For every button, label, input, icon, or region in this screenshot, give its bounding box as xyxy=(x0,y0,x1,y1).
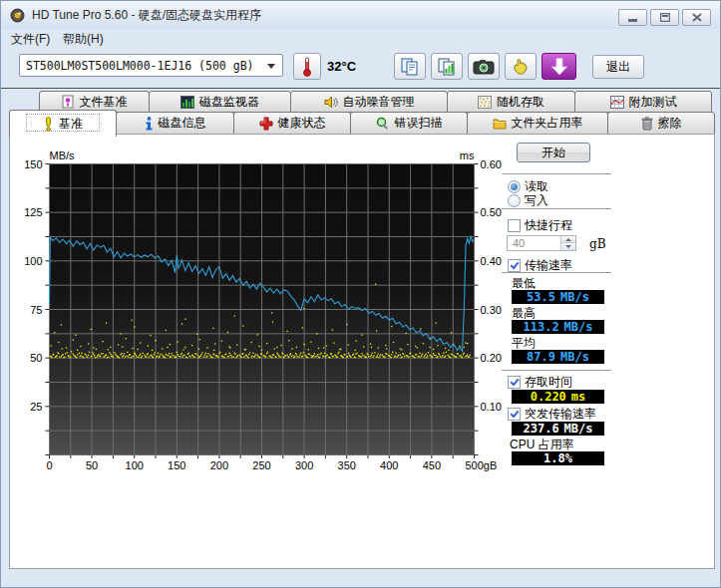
checkbox-burst-rate[interactable]: 突发传输速率 xyxy=(508,407,596,421)
checkbox-transfer-rate[interactable]: 传输速率 xyxy=(508,258,572,272)
random-access-icon xyxy=(478,96,492,109)
burst-rate-checkbox[interactable] xyxy=(508,408,521,421)
spin-down-icon xyxy=(561,243,575,250)
svg-text:100: 100 xyxy=(24,255,42,267)
copy-text-button[interactable] xyxy=(394,53,426,80)
benchmark-page: MB/sms2550751001251500.100.200.300.400.5… xyxy=(9,134,715,569)
tab-label: 擦除 xyxy=(658,115,682,132)
tab-label: 文件基准 xyxy=(80,94,128,111)
copy-image-icon xyxy=(437,57,457,77)
toolbar: ST500LM0ST500LM000-1EJ16 (500 gB) 32°C 退… xyxy=(1,47,720,89)
tab-benchmark[interactable]: 基准 xyxy=(9,110,117,137)
tab-auto-noise[interactable]: 自动噪音管理 xyxy=(290,91,448,113)
svg-text:ms: ms xyxy=(460,149,475,161)
svg-text:100: 100 xyxy=(126,459,144,471)
svg-text:0.20: 0.20 xyxy=(481,352,502,364)
svg-text:200: 200 xyxy=(210,459,228,471)
tab-label: 随机存取 xyxy=(497,94,544,111)
cpu-usage-value: 1.8% xyxy=(512,451,604,465)
stat-avg-label: 平均 xyxy=(512,335,536,349)
access-time-value: 0.220ms xyxy=(512,390,604,404)
access-time-checkbox[interactable] xyxy=(508,376,521,389)
titlebar[interactable]: HD Tune Pro 5.60 - 硬盘/固态硬盘实用程序 xyxy=(1,1,720,29)
tab-label: 文件夹占用率 xyxy=(512,115,583,132)
maximize-button[interactable] xyxy=(650,9,679,26)
tab-random-access[interactable]: 随机存取 xyxy=(447,91,575,113)
exit-button[interactable]: 退出 xyxy=(592,55,644,79)
window-title: HD Tune Pro 5.60 - 硬盘/固态硬盘实用程序 xyxy=(32,7,261,24)
quick-scan-size-input[interactable]: 40 xyxy=(507,235,576,251)
svg-text:MB/s: MB/s xyxy=(50,149,76,161)
radio-write-control[interactable] xyxy=(508,194,521,207)
checkbox-access-time[interactable]: 存取时间 xyxy=(508,375,572,389)
svg-text:150: 150 xyxy=(24,158,42,170)
minimize-button[interactable] xyxy=(618,9,647,26)
tab-erase[interactable]: 擦除 xyxy=(607,112,715,135)
svg-text:150: 150 xyxy=(168,459,185,471)
disk-monitor-icon xyxy=(180,96,194,109)
health-icon xyxy=(259,117,273,131)
tab-label: 磁盘信息 xyxy=(159,115,206,132)
checkbox-quick-scan[interactable]: 快捷行程 xyxy=(508,218,572,232)
tab-label: 错误扫描 xyxy=(395,115,443,132)
spinner-buttons[interactable] xyxy=(560,236,575,250)
start-button[interactable]: 开始 xyxy=(517,143,590,162)
hand-icon xyxy=(511,57,531,77)
benchmark-chart: MB/sms2550751001251500.100.200.300.400.5… xyxy=(10,135,509,483)
tab-health[interactable]: 健康状态 xyxy=(233,112,351,135)
thermometer-icon xyxy=(301,57,313,77)
quick-scan-checkbox[interactable] xyxy=(508,219,521,232)
tab-folder-usage[interactable]: 文件夹占用率 xyxy=(467,112,608,135)
save-results-button[interactable] xyxy=(541,53,576,80)
svg-text:350: 350 xyxy=(338,459,356,471)
close-button[interactable] xyxy=(682,9,711,26)
erase-icon xyxy=(641,117,653,131)
radio-write[interactable]: 写入 xyxy=(508,193,548,207)
svg-text:50: 50 xyxy=(86,459,98,471)
temperature-button[interactable] xyxy=(293,53,321,80)
stat-avg-value: 87.9MB/s xyxy=(512,350,604,364)
stat-max-value: 113.2MB/s xyxy=(512,320,604,334)
svg-text:450: 450 xyxy=(423,459,441,471)
quick-scan-unit: gB xyxy=(589,237,606,251)
svg-text:0.50: 0.50 xyxy=(481,206,502,218)
tab-error-scan[interactable]: 错误扫描 xyxy=(350,112,468,135)
tab-disk-monitor[interactable]: 磁盘监视器 xyxy=(149,91,291,113)
tab-disk-info[interactable]: 磁盘信息 xyxy=(116,112,234,135)
tab-label: 磁盘监视器 xyxy=(199,94,259,111)
tab-label: 附加测试 xyxy=(629,94,677,111)
svg-text:500gB: 500gB xyxy=(466,459,498,471)
radio-read-control[interactable] xyxy=(508,180,521,193)
burst-rate-value: 237.6MB/s xyxy=(512,422,604,436)
error-scan-icon xyxy=(376,117,390,131)
tab-extra-tests[interactable]: 附加测试 xyxy=(574,91,712,113)
menu-file[interactable]: 文件(F) xyxy=(11,31,50,48)
chevron-down-icon xyxy=(267,64,275,69)
donate-button[interactable] xyxy=(505,53,537,80)
svg-text:125: 125 xyxy=(24,206,42,218)
hdtune-window: HD Tune Pro 5.60 - 硬盘/固态硬盘实用程序 文件(F) 帮助(… xyxy=(0,0,721,588)
screenshot-button[interactable] xyxy=(468,53,500,80)
stat-max-label: 最高 xyxy=(512,305,536,319)
tab-label: 自动噪音管理 xyxy=(343,94,415,111)
file-benchmark-icon xyxy=(62,95,75,109)
svg-text:0.10: 0.10 xyxy=(481,401,502,413)
drive-select-value: ST500LM0ST500LM000-1EJ16 (500 gB) xyxy=(26,59,253,73)
svg-text:0.60: 0.60 xyxy=(481,158,502,170)
copy-icon xyxy=(400,57,420,77)
menubar: 文件(F) 帮助(H) xyxy=(1,29,720,47)
extra-tests-icon xyxy=(610,96,624,109)
svg-text:300: 300 xyxy=(295,459,313,471)
transfer-rate-checkbox[interactable] xyxy=(508,259,521,272)
menu-help[interactable]: 帮助(H) xyxy=(63,31,104,48)
stat-min-label: 最低 xyxy=(512,275,536,289)
drive-select[interactable]: ST500LM0ST500LM000-1EJ16 (500 gB) xyxy=(19,54,283,77)
tab-label: 健康状态 xyxy=(278,115,326,132)
svg-text:50: 50 xyxy=(30,352,42,364)
svg-text:75: 75 xyxy=(30,304,42,316)
arrow-down-icon xyxy=(550,57,568,77)
svg-text:400: 400 xyxy=(380,459,398,471)
stat-min-value: 53.5MB/s xyxy=(512,290,604,304)
copy-image-button[interactable] xyxy=(431,53,463,80)
camera-icon xyxy=(473,59,495,75)
